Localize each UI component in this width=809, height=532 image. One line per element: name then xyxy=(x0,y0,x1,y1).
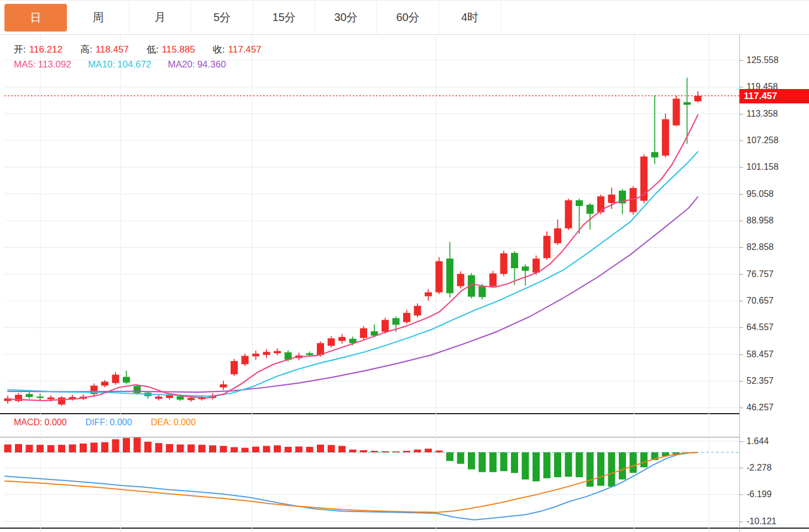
price-axis-label: 125.558 xyxy=(747,55,779,66)
tab-label: 5分 xyxy=(213,10,231,25)
axis-tick xyxy=(739,494,743,495)
price-axis-label: 107.258 xyxy=(747,135,779,146)
tab-label: 4时 xyxy=(461,10,478,25)
ohlc-row-item: 高:118.457 xyxy=(80,43,129,56)
macd-axis-label: 1.644 xyxy=(747,436,769,447)
axis-tick xyxy=(739,167,743,168)
readout-label: MA5: xyxy=(14,59,36,70)
tab-label: 日 xyxy=(30,11,41,25)
tab-60分[interactable]: 60分 xyxy=(377,1,439,34)
last-price-tag: 117.457 xyxy=(739,89,809,103)
readout-value: 94.360 xyxy=(197,59,226,70)
macd-axis-label: -6.199 xyxy=(747,489,771,500)
readout-value: 0.000 xyxy=(110,418,132,427)
readout-value: 113.092 xyxy=(38,59,71,70)
readout-label: DEA: xyxy=(151,418,171,427)
ma-row-item: MA10:104.672 xyxy=(88,59,152,70)
readout-value: 116.212 xyxy=(29,44,62,55)
price-axis-label: 46.257 xyxy=(747,402,774,413)
macd-axis-label: -10.121 xyxy=(747,516,776,527)
readout-value: 115.885 xyxy=(162,44,195,55)
axis-tick xyxy=(739,114,743,114)
axis-tick xyxy=(739,381,743,382)
tab-5分[interactable]: 5分 xyxy=(191,1,253,34)
ma-row-item: MA20:94.360 xyxy=(168,59,226,70)
ohlc-row-item: 收:117.457 xyxy=(213,43,262,56)
readout-value: 104.672 xyxy=(117,59,151,70)
price-axis-label: 64.557 xyxy=(747,322,774,333)
axis-tick xyxy=(739,221,743,221)
price-axis-label: 76.757 xyxy=(747,269,774,280)
macd-row-item: DIFF:0.000 xyxy=(86,418,132,427)
readout-label: 低: xyxy=(147,44,159,55)
axis-tick xyxy=(739,408,743,408)
tab-周[interactable]: 周 xyxy=(67,1,129,34)
last-price-value: 117.457 xyxy=(744,91,777,101)
ohlc-row-item: 低:115.885 xyxy=(147,43,195,56)
price-axis-label: 82.858 xyxy=(747,242,774,253)
tab-label: 周 xyxy=(93,10,104,25)
price-axis-label: 113.358 xyxy=(747,108,778,119)
price-axis-label: 52.357 xyxy=(747,375,774,387)
price-axis-label: 101.158 xyxy=(747,161,779,173)
axis-tick xyxy=(739,301,743,301)
tab-日[interactable]: 日 xyxy=(4,4,67,32)
tab-label: 60分 xyxy=(396,10,419,25)
axis-tick xyxy=(739,87,743,87)
kline-app: { "tabbar": { "tabs": [ {"label": "日", "… xyxy=(0,0,809,532)
readout-label: 高: xyxy=(80,44,92,55)
tab-15分[interactable]: 15分 xyxy=(253,1,315,34)
price-axis-label: 70.657 xyxy=(747,295,774,306)
axis-tick xyxy=(739,441,743,442)
readout-label: MACD: xyxy=(14,418,43,427)
axis-tick xyxy=(739,327,743,328)
ma-readout: MA5:113.092MA10:104.672MA20:94.360 xyxy=(14,59,226,70)
axis-tick xyxy=(739,521,743,522)
price-axis-label: 88.958 xyxy=(747,215,774,226)
readout-value: 0.000 xyxy=(174,418,196,427)
readout-label: 开: xyxy=(14,44,26,55)
axis-tick xyxy=(739,140,743,141)
tab-月[interactable]: 月 xyxy=(129,1,191,34)
macd-axis-label: -2.278 xyxy=(747,462,771,473)
tab-label: 月 xyxy=(155,10,166,25)
tab-label: 30分 xyxy=(334,10,357,25)
tab-30分[interactable]: 30分 xyxy=(315,1,377,34)
macd-readout: MACD:0.000DIFF:0.000DEA:0.000 xyxy=(14,418,196,427)
macd-chart[interactable] xyxy=(0,414,739,532)
ohlc-readout: 开:116.212高:118.457低:115.885收:117.457 xyxy=(14,43,262,56)
axis-tick xyxy=(739,60,743,61)
timeframe-tabbar: 日周月5分15分30分60分4时 xyxy=(0,0,809,35)
tab-label: 15分 xyxy=(272,10,295,25)
tab-4时[interactable]: 4时 xyxy=(439,1,501,34)
axis-tick xyxy=(739,274,743,275)
ohlc-row-item: 开:116.212 xyxy=(14,43,62,56)
axis-vertical-border xyxy=(739,35,740,532)
axis-tick xyxy=(739,194,743,195)
readout-label: 收: xyxy=(213,44,225,55)
readout-value: 118.457 xyxy=(96,44,129,55)
macd-row-item: DEA:0.000 xyxy=(151,418,196,427)
price-axis-label: 119.458 xyxy=(747,81,778,92)
axis-tick xyxy=(739,354,743,355)
macd-row-item: MACD:0.000 xyxy=(14,418,67,427)
axis-tick xyxy=(739,247,743,248)
ma-row-item: MA5:113.092 xyxy=(14,59,71,70)
readout-label: MA20: xyxy=(168,59,195,70)
readout-label: MA10: xyxy=(88,59,115,70)
price-axis-label: 95.058 xyxy=(747,189,774,200)
candlestick-chart[interactable] xyxy=(0,35,739,414)
readout-value: 0.000 xyxy=(45,418,67,427)
readout-value: 117.457 xyxy=(228,44,262,55)
axis-tick xyxy=(739,468,743,468)
price-axis-label: 58.457 xyxy=(747,349,774,360)
readout-label: DIFF: xyxy=(86,418,108,427)
